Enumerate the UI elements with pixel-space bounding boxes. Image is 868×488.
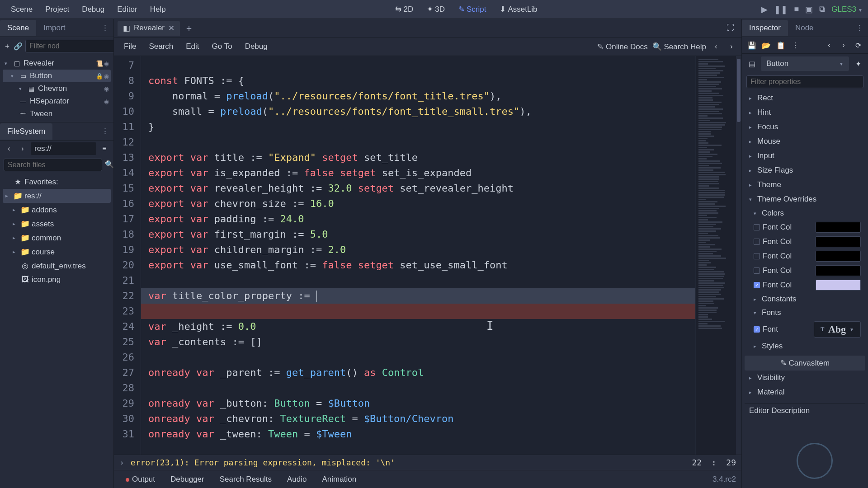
link-icon[interactable]: 🔗 — [14, 41, 23, 52]
add-tab-icon[interactable]: ＋ — [183, 22, 195, 34]
editor-description[interactable]: Editor Description — [745, 403, 865, 418]
dock-options-icon[interactable]: ⋮ — [851, 23, 868, 33]
expand-icon[interactable]: ▸ — [13, 221, 18, 227]
eye-icon[interactable]: ◉ — [104, 85, 109, 92]
unique-resource-icon[interactable]: ✦ — [853, 58, 863, 69]
bottom-tab-output[interactable]: Output — [119, 472, 161, 487]
scene-tree[interactable]: ▾◫Revealer📜◉▾▭Button🔒◉▾▦Chevron◉—HSepara… — [0, 55, 113, 122]
script-nav-back-icon[interactable]: ‹ — [711, 41, 722, 52]
nav-back-icon[interactable]: ‹ — [4, 143, 14, 154]
menu-project[interactable]: Project — [40, 2, 75, 17]
lock-icon[interactable]: 🔒 — [96, 73, 103, 80]
scene-node-chevron[interactable]: ▾▦Chevron◉ — [3, 82, 111, 95]
code-line[interactable] — [141, 350, 695, 365]
script-menu-goto[interactable]: Go To — [207, 39, 238, 54]
scene-filter-input[interactable] — [25, 40, 113, 52]
color-property[interactable]: Font Col — [745, 235, 865, 249]
expand-icon[interactable]: ▸ — [13, 249, 18, 255]
dock-options-icon[interactable]: ⋮ — [97, 127, 113, 136]
code-line[interactable]: export var is_expanded := false setget s… — [141, 165, 695, 181]
code-line[interactable]: small = preload("../resources/fonts/font… — [141, 104, 695, 119]
inspector-properties[interactable]: ▸Rect▸Hint▸Focus▸Mouse▸Input▸Size Flags▸… — [742, 90, 868, 488]
category-size-flags[interactable]: ▸Size Flags — [745, 163, 865, 178]
eye-icon[interactable]: ◉ — [104, 73, 109, 80]
expand-icon[interactable]: ▾ — [19, 86, 24, 92]
script-tab-revealer[interactable]: ◧ Revealer ✕ — [118, 21, 180, 36]
online-docs-link[interactable]: ✎ Online Docs — [597, 42, 647, 52]
fs-item[interactable]: ▸📁common — [3, 231, 111, 245]
fs-item[interactable]: ▸📁assets — [3, 217, 111, 231]
fs-item[interactable]: ▸📁res:// — [3, 189, 111, 203]
pause-button[interactable]: ❚❚ — [774, 5, 788, 14]
font-property[interactable]: ✓Font𝐓Abg ▼ — [745, 319, 865, 339]
fs-item[interactable]: ▸📁addons — [3, 203, 111, 217]
chevron-right-icon[interactable]: › — [119, 458, 124, 467]
code-line[interactable]: export var title := "Expand" setget set_… — [141, 150, 695, 165]
fs-item[interactable]: 🖼icon.png — [3, 273, 111, 286]
stop-button[interactable]: ■ — [794, 5, 799, 14]
workspace-2d[interactable]: ⇆2D — [390, 2, 419, 17]
subcategory-styles[interactable]: ▸Styles — [745, 339, 865, 353]
expand-icon[interactable]: ▾ — [5, 61, 10, 66]
code-line[interactable]: var _height := 0.0 — [141, 319, 695, 334]
category-focus[interactable]: ▸Focus — [745, 120, 865, 134]
color-swatch[interactable] — [816, 251, 861, 262]
play-custom-scene-button[interactable]: ⧉ — [819, 5, 825, 14]
code-content[interactable]: 𝙸 const FONTS := { normal = preload("../… — [141, 56, 695, 455]
search-icon[interactable]: 🔍 — [105, 159, 114, 169]
category-material[interactable]: ▸Material — [745, 385, 865, 399]
category-hint[interactable]: ▸Hint — [745, 105, 865, 120]
bottom-tab-audio[interactable]: Audio — [281, 472, 313, 487]
font-preview[interactable]: 𝐓Abg ▼ — [814, 321, 861, 338]
save-icon[interactable]: 💾 — [746, 40, 757, 51]
tab-import[interactable]: Import — [36, 20, 72, 36]
distraction-free-icon[interactable]: ⛶ — [723, 22, 738, 34]
code-line[interactable]: const FONTS := { — [141, 73, 695, 89]
color-swatch[interactable] — [816, 265, 861, 276]
eye-icon[interactable]: ◉ — [104, 60, 109, 67]
play-scene-button[interactable]: ▣ — [805, 5, 813, 14]
category-theme[interactable]: ▸Theme — [745, 178, 865, 192]
tab-inspector[interactable]: Inspector — [742, 20, 788, 36]
object-picker[interactable]: Button ▼ — [761, 56, 849, 71]
tab-node[interactable]: Node — [788, 20, 821, 36]
code-line[interactable]: export var revealer_height := 32.0 setge… — [141, 181, 695, 196]
property-checkbox[interactable]: ✓ — [754, 326, 760, 333]
property-checkbox[interactable] — [754, 224, 760, 230]
add-node-icon[interactable]: ＋ — [4, 41, 11, 52]
filesystem-search-input[interactable] — [4, 159, 102, 171]
copy-icon[interactable]: 📋 — [775, 40, 786, 51]
code-line[interactable] — [141, 135, 695, 150]
code-line[interactable]: var _contents := [] — [141, 334, 695, 350]
script-menu-debug[interactable]: Debug — [240, 39, 273, 54]
code-line[interactable]: export var padding := 24.0 — [141, 211, 695, 227]
history-back-icon[interactable]: ‹ — [824, 40, 835, 51]
code-scrollbar[interactable] — [736, 56, 741, 455]
script-menu-edit[interactable]: Edit — [180, 39, 204, 54]
bottom-tab-search-results[interactable]: Search Results — [213, 472, 278, 487]
code-line[interactable]: export var chevron_size := 16.0 — [141, 196, 695, 211]
category-rect[interactable]: ▸Rect — [745, 91, 865, 105]
color-property[interactable]: ✓Font Col — [745, 278, 865, 292]
script-open-icon[interactable]: 📜 — [96, 60, 103, 67]
color-property[interactable]: Font Col — [745, 263, 865, 278]
code-editor[interactable]: 7891011121314151617181920212223242526272… — [114, 56, 741, 455]
code-line[interactable]: onready var _tween: Tween = $Tween — [141, 427, 695, 442]
code-line[interactable]: export var first_margin := 5.0 — [141, 227, 695, 242]
code-line[interactable]: onready var _button: Button = $Button — [141, 396, 695, 411]
subcategory-colors[interactable]: ▾Colors — [745, 206, 865, 220]
property-checkbox[interactable]: ✓ — [754, 282, 760, 288]
property-checkbox[interactable] — [754, 239, 760, 245]
code-line[interactable]: onready var _chevron: TextureRect = $But… — [141, 411, 695, 427]
color-swatch[interactable] — [816, 222, 861, 233]
code-line[interactable] — [141, 273, 695, 288]
scene-node-revealer[interactable]: ▾◫Revealer📜◉ — [3, 57, 111, 70]
expand-icon[interactable]: ▸ — [13, 235, 18, 241]
play-button[interactable]: ▶ — [761, 5, 768, 14]
filesystem-list[interactable]: ★Favorites:▸📁res://▸📁addons▸📁assets▸📁com… — [0, 173, 113, 488]
more-menu-icon[interactable]: ⋮ — [790, 40, 801, 51]
code-line[interactable]: normal = preload("../resources/fonts/fon… — [141, 89, 695, 104]
bottom-tab-animation[interactable]: Animation — [316, 472, 363, 487]
menu-debug[interactable]: Debug — [76, 2, 110, 17]
bottom-tab-debugger[interactable]: Debugger — [164, 472, 211, 487]
